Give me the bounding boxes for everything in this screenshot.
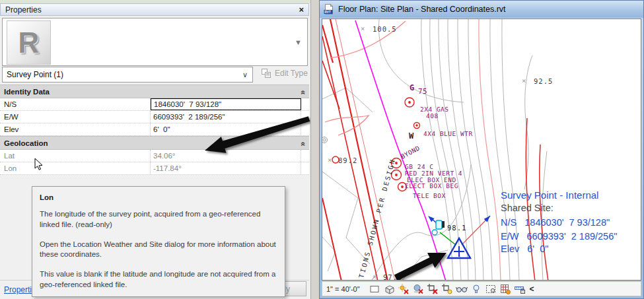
collapse-chevron[interactable]: <	[530, 284, 534, 294]
cad-label: BYOND	[400, 144, 421, 160]
x-marker-icon: ×	[328, 156, 332, 164]
x-marker-icon: ×	[361, 24, 365, 32]
property-row-lon: Lon -117.84°	[0, 162, 309, 175]
properties-titlebar[interactable]: Properties ×	[0, 3, 309, 16]
type-selector-combo[interactable]: R ▼	[2, 18, 308, 66]
temporary-view-properties-icon[interactable]	[485, 283, 497, 295]
properties-title: Properties	[5, 5, 42, 15]
crop-view-icon[interactable]	[427, 283, 439, 295]
property-row-ns: N/S 1846030' 7 93/128"	[0, 98, 309, 111]
cad-text-labels: G 75 2X4 GAS 408 W 4X4 BLUE WTR BYOND GB…	[357, 83, 472, 279]
rvt-icon-label: RVT	[325, 11, 331, 14]
property-row-lat: Lat 34.06°	[0, 150, 309, 162]
property-label: Lon	[0, 162, 151, 174]
lon-tooltip: Lon The longitude of the survey point, a…	[32, 186, 285, 297]
pin-icon	[436, 220, 442, 229]
properties-palette: Properties × R ▼ Survey Point (1) ∨ Edit…	[0, 0, 311, 299]
cad-label: ELECT BOX BEG	[405, 182, 458, 189]
property-value-readonly: 34.06°	[151, 150, 301, 162]
x-marker-icon: ×	[373, 273, 377, 281]
detail-level-icon[interactable]	[369, 283, 381, 295]
group-header-geolocation[interactable]: Geolocation «	[0, 136, 309, 150]
revit-logo-icon: R	[18, 26, 40, 59]
show-crop-region-icon[interactable]	[441, 283, 454, 295]
drawing-canvas[interactable]: G 75 2X4 GAS 408 W 4X4 BLUE WTR BYOND GB…	[322, 18, 641, 281]
reveal-constraints-icon[interactable]	[514, 283, 526, 295]
analytical-model-icon[interactable]	[499, 283, 512, 295]
rvt-file-icon: RVT	[324, 4, 334, 15]
chevron-down-icon[interactable]: ∨	[242, 71, 252, 79]
property-value-input[interactable]: 1846030' 7 93/128"	[151, 98, 301, 110]
annotation-ew: E/W 6609393' 2 189/256"	[501, 231, 617, 242]
spot-elevations: × 100.5 × 92.5 × 89.2 × 97.9 98.1	[328, 24, 553, 281]
edit-type-icon	[261, 68, 271, 79]
instance-selector-label: Survey Point (1)	[7, 70, 63, 79]
floor-plan-window: RVT Floor Plan: Site Plan - Shared Coord…	[319, 0, 644, 299]
spot-elevation-label: 92.5	[534, 77, 553, 85]
property-grid: Identity Data « N/S 1846030' 7 93/128" E…	[0, 84, 309, 175]
shadows-icon[interactable]	[412, 283, 425, 295]
annotation-title: Survey Point - Internal	[501, 189, 598, 201]
tooltip-paragraph: The longitude of the survey point, acqui…	[40, 209, 277, 230]
arrowhead-upleft-icon	[428, 216, 435, 222]
tooltip-paragraph: Open the Location Weather and Site dialo…	[40, 240, 277, 261]
spot-elevation-label: 89.2	[338, 156, 357, 164]
chevron-down-icon[interactable]: ▼	[295, 38, 302, 46]
cad-label: W	[409, 131, 414, 141]
group-title: Identity Data	[4, 88, 50, 96]
property-row-elev: Elev 6' 0"	[0, 123, 309, 136]
tooltip-paragraph: This value is blank if the latitude and …	[40, 269, 277, 290]
edit-type-button[interactable]: Edit Type	[261, 68, 308, 79]
callout-arrow	[394, 253, 447, 281]
cad-label: G	[410, 83, 415, 92]
green-leader-line	[440, 232, 456, 245]
tooltip-title: Lon	[40, 193, 277, 203]
plan-window-titlebar[interactable]: RVT Floor Plan: Site Plan - Shared Coord…	[320, 1, 643, 18]
family-type-thumbnail: R	[7, 20, 51, 65]
cad-label: 408	[426, 112, 439, 119]
collapse-chevrons-icon[interactable]: «	[299, 90, 308, 93]
property-row-ew: E/W 6609393' 2 189/256"	[0, 111, 309, 123]
plan-window-title: Floor Plan: Site Plan - Shared Coordinat…	[338, 5, 506, 14]
property-label: N/S	[0, 98, 151, 110]
sun-path-icon[interactable]	[398, 283, 410, 295]
x-marker-icon: ×	[522, 77, 526, 84]
visual-style-icon[interactable]	[383, 283, 396, 295]
property-label: Elev	[0, 123, 151, 135]
cad-label: 75	[418, 87, 427, 96]
instance-selector-row: Survey Point (1) ∨ Edit Type	[2, 67, 308, 83]
group-title: Geolocation	[4, 139, 48, 147]
reveal-hidden-lightbulb-icon[interactable]	[470, 283, 483, 295]
survey-annotation-text: Survey Point - Internal Shared Site: N/S…	[501, 189, 617, 254]
view-control-bar: 1" = 40'-0"	[322, 281, 641, 296]
group-header-identity-data[interactable]: Identity Data «	[0, 84, 309, 98]
close-icon[interactable]: ×	[299, 5, 304, 14]
annotation-subtitle: Shared Site:	[501, 203, 554, 213]
edit-type-label: Edit Type	[275, 69, 308, 78]
property-label: Lat	[0, 150, 151, 162]
property-value-readonly: -117.84°	[151, 162, 301, 174]
pin-icon	[442, 221, 445, 228]
hide-isolate-glasses-icon[interactable]	[456, 283, 468, 295]
spot-elevation-label: 98.1	[447, 224, 466, 232]
annotation-elev: Elev 6' 0"	[501, 244, 548, 254]
property-value-input[interactable]: 6' 0"	[151, 123, 301, 135]
view-scale-button[interactable]: 1" = 40'-0"	[326, 285, 360, 293]
cad-label: TELE BOX	[413, 192, 446, 199]
spot-elevation-label: 100.5	[373, 25, 397, 33]
collapse-chevrons-icon[interactable]: «	[299, 141, 308, 145]
property-value-input[interactable]: 6609393' 2 189/256"	[151, 111, 301, 123]
instance-selector-combo[interactable]: Survey Point (1) ∨	[2, 67, 253, 83]
property-label: E/W	[0, 111, 151, 123]
pin-loop-icon	[432, 230, 437, 235]
cad-label: 4X4 BLUE WTR	[423, 130, 473, 137]
annotation-ns: N/S 1846030' 7 93/128"	[501, 217, 610, 228]
